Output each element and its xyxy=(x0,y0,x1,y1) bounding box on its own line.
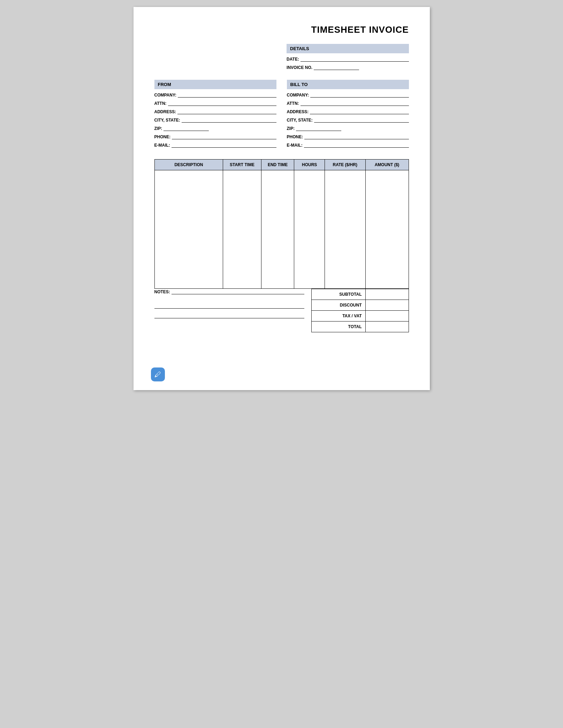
col-header-start-time: START TIME xyxy=(223,160,261,170)
invoice-row: INVOICE NO. xyxy=(287,64,409,70)
from-header: FROM xyxy=(154,80,276,89)
billto-phone-field[interactable] xyxy=(304,134,409,139)
total-value[interactable] xyxy=(365,322,409,332)
top-section: DETAILS DATE: INVOICE NO. xyxy=(154,44,409,73)
billto-address-label: ADDRESS: xyxy=(287,109,309,114)
billto-zip-row: ZIP: xyxy=(287,125,409,131)
billto-company-field[interactable] xyxy=(310,92,409,98)
cell-end-1[interactable] xyxy=(261,170,294,289)
notes-label: NOTES: xyxy=(154,289,170,294)
cell-amount-1[interactable] xyxy=(365,170,409,289)
billto-city-field[interactable] xyxy=(314,117,409,123)
invoice-label: INVOICE NO. xyxy=(287,65,312,70)
billto-email-row: E-MAIL: xyxy=(287,142,409,148)
notes-row: NOTES: xyxy=(154,289,304,294)
discount-label: DISCOUNT xyxy=(311,300,365,311)
from-attn-field[interactable] xyxy=(168,100,276,106)
from-company-field[interactable] xyxy=(178,92,276,98)
col-header-amount: AMOUNT ($) xyxy=(365,160,409,170)
contact-section: FROM COMPANY: ATTN: ADDRESS: CITY, STATE… xyxy=(154,80,409,150)
from-address-field[interactable] xyxy=(177,109,276,114)
billto-company-label: COMPANY: xyxy=(287,93,309,98)
notes-line-3[interactable] xyxy=(154,313,304,318)
tax-row: TAX / VAT xyxy=(311,311,409,322)
from-box: FROM COMPANY: ATTN: ADDRESS: CITY, STATE… xyxy=(154,80,276,150)
from-phone-field[interactable] xyxy=(172,134,276,139)
from-address-label: ADDRESS: xyxy=(154,109,176,114)
invoice-table: DESCRIPTION START TIME END TIME HOURS RA… xyxy=(154,159,409,289)
billto-email-field[interactable] xyxy=(304,142,409,148)
table-header-row: DESCRIPTION START TIME END TIME HOURS RA… xyxy=(154,160,409,170)
billto-attn-field[interactable] xyxy=(300,100,409,106)
from-attn-row: ATTN: xyxy=(154,100,276,106)
notes-section: NOTES: xyxy=(154,289,311,323)
billto-city-label: CITY, STATE: xyxy=(287,118,313,123)
summary-table: SUBTOTAL DISCOUNT TAX / VAT TOTAL xyxy=(311,289,409,332)
billto-address-field[interactable] xyxy=(310,109,409,114)
date-field[interactable] xyxy=(300,56,409,62)
discount-value[interactable] xyxy=(365,300,409,311)
from-email-field[interactable] xyxy=(172,142,276,148)
page-title: TIMESHEET INVOICE xyxy=(154,24,409,35)
cell-hours-1[interactable] xyxy=(294,170,325,289)
tax-value[interactable] xyxy=(365,311,409,322)
billto-city-row: CITY, STATE: xyxy=(287,117,409,123)
subtotal-row: SUBTOTAL xyxy=(311,289,409,300)
from-phone-label: PHONE: xyxy=(154,134,171,139)
cell-description-1[interactable] xyxy=(154,170,223,289)
bill-to-box: BILL TO COMPANY: ATTN: ADDRESS: CITY, ST… xyxy=(287,80,409,150)
from-address-row: ADDRESS: xyxy=(154,109,276,114)
cell-rate-1[interactable] xyxy=(325,170,365,289)
cell-start-1[interactable] xyxy=(223,170,261,289)
billto-attn-row: ATTN: xyxy=(287,100,409,106)
tax-label: TAX / VAT xyxy=(311,311,365,322)
from-company-row: COMPANY: xyxy=(154,92,276,98)
bill-to-header: BILL TO xyxy=(287,80,409,89)
dock-icon: 🖊 xyxy=(151,367,165,381)
billto-email-label: E-MAIL: xyxy=(287,143,303,148)
billto-zip-field[interactable] xyxy=(296,125,341,131)
details-header: DETAILS xyxy=(287,44,409,53)
billto-zip-label: ZIP: xyxy=(287,126,295,131)
notes-line-2[interactable] xyxy=(154,303,304,309)
from-city-row: CITY, STATE: xyxy=(154,117,276,123)
invoice-field[interactable] xyxy=(314,64,359,70)
from-zip-field[interactable] xyxy=(163,125,209,131)
col-header-rate: RATE ($/HR) xyxy=(325,160,365,170)
from-company-label: COMPANY: xyxy=(154,93,177,98)
date-label: DATE: xyxy=(287,57,299,62)
date-row: DATE: xyxy=(287,56,409,62)
billto-address-row: ADDRESS: xyxy=(287,109,409,114)
from-email-row: E-MAIL: xyxy=(154,142,276,148)
from-city-field[interactable] xyxy=(182,117,276,123)
from-zip-label: ZIP: xyxy=(154,126,162,131)
from-email-label: E-MAIL: xyxy=(154,143,170,148)
notes-field-1[interactable] xyxy=(172,289,304,294)
col-header-end-time: END TIME xyxy=(261,160,294,170)
dock-icon-symbol: 🖊 xyxy=(154,371,161,379)
subtotal-value[interactable] xyxy=(365,289,409,300)
billto-phone-row: PHONE: xyxy=(287,134,409,139)
from-zip-row: ZIP: xyxy=(154,125,276,131)
col-header-hours: HOURS xyxy=(294,160,325,170)
subtotal-label: SUBTOTAL xyxy=(311,289,365,300)
total-label: TOTAL xyxy=(311,322,365,332)
discount-row: DISCOUNT xyxy=(311,300,409,311)
from-phone-row: PHONE: xyxy=(154,134,276,139)
from-city-label: CITY, STATE: xyxy=(154,118,180,123)
details-box: DETAILS DATE: INVOICE NO. xyxy=(287,44,409,73)
billto-attn-label: ATTN: xyxy=(287,101,299,106)
billto-phone-label: PHONE: xyxy=(287,134,303,139)
total-row: TOTAL xyxy=(311,322,409,332)
summary-section: NOTES: SUBTOTAL DISCOUNT TAX / VAT TOTAL xyxy=(154,289,409,332)
billto-company-row: COMPANY: xyxy=(287,92,409,98)
col-header-description: DESCRIPTION xyxy=(154,160,223,170)
table-row xyxy=(154,170,409,289)
invoice-page: TIMESHEET INVOICE DETAILS DATE: INVOICE … xyxy=(134,7,430,390)
from-attn-label: ATTN: xyxy=(154,101,167,106)
